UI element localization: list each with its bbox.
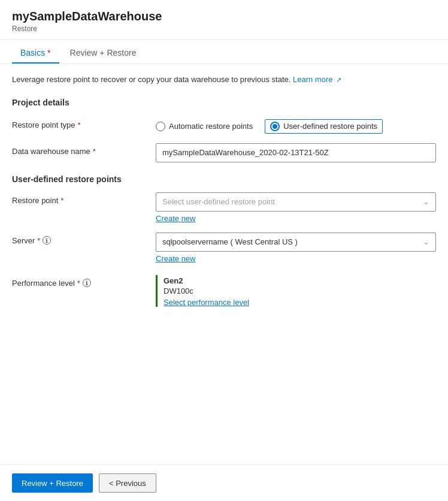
restore-point-type-label: Restore point type * [12, 117, 156, 129]
data-warehouse-name-control [156, 143, 436, 162]
page-subtitle: Restore [12, 25, 436, 33]
performance-row: Gen2 DW100c Select performance level [156, 275, 436, 307]
review-restore-button[interactable]: Review + Restore [12, 473, 93, 493]
radio-user-defined[interactable]: User-defined restore points [265, 119, 383, 134]
radio-inner-dot [273, 124, 277, 129]
user-defined-section-title: User-defined restore points [12, 174, 436, 184]
previous-button[interactable]: < Previous [99, 473, 156, 493]
performance-block: Gen2 DW100c Select performance level [164, 275, 249, 307]
performance-gen: Gen2 [164, 276, 249, 285]
tabs-bar: Basics * Review + Restore [0, 42, 448, 64]
server-control: sqlpoolservername ( West Central US ) ⌄ … [156, 233, 436, 263]
data-warehouse-name-label: Data warehouse name * [12, 143, 156, 156]
performance-level-label: Performance level * ℹ [12, 275, 156, 288]
restore-point-type-row: Restore point type * Automatic restore p… [12, 117, 436, 134]
data-warehouse-name-row: Data warehouse name * [12, 143, 436, 162]
tab-basics[interactable]: Basics * [12, 42, 59, 64]
tab-review-restore[interactable]: Review + Restore [62, 42, 145, 64]
learn-more-link[interactable]: Learn more ↗ [293, 75, 341, 84]
chevron-down-icon: ⌄ [423, 237, 429, 246]
restore-point-row: Restore point * Select user-defined rest… [12, 192, 436, 223]
info-description: Leverage restore point to recover or cop… [12, 74, 436, 86]
data-warehouse-name-input[interactable] [156, 143, 436, 162]
project-details-title: Project details [12, 98, 436, 107]
footer: Review + Restore < Previous [0, 464, 448, 501]
radio-automatic[interactable]: Automatic restore points [156, 122, 253, 131]
radio-group: Automatic restore points User-defined re… [156, 117, 436, 134]
restore-point-dropdown[interactable]: Select user-defined restore point ⌄ [156, 192, 436, 212]
server-label: Server * ℹ [12, 233, 156, 245]
radio-automatic-button[interactable] [156, 122, 165, 131]
server-row: Server * ℹ sqlpoolservername ( West Cent… [12, 233, 436, 263]
performance-level-row: Performance level * ℹ Gen2 DW100c Select… [12, 275, 436, 307]
server-create-new[interactable]: Create new [156, 254, 195, 263]
external-link-icon: ↗ [336, 76, 341, 83]
restore-point-control: Select user-defined restore point ⌄ Crea… [156, 192, 436, 223]
content-area: Leverage restore point to recover or cop… [0, 64, 448, 464]
performance-level-value: DW100c [164, 286, 249, 295]
page-title: mySampleDataWarehouse [12, 10, 436, 23]
radio-user-defined-button[interactable] [270, 122, 280, 131]
performance-info-icon[interactable]: ℹ [83, 279, 91, 287]
server-dropdown[interactable]: sqlpoolservername ( West Central US ) ⌄ [156, 233, 436, 252]
server-info-icon[interactable]: ℹ [43, 236, 51, 245]
restore-point-label: Restore point * [12, 192, 156, 205]
green-bar [156, 275, 158, 307]
restore-point-type-control: Automatic restore points User-defined re… [156, 117, 436, 134]
page-header: mySampleDataWarehouse Restore [0, 0, 448, 40]
restore-point-create-new[interactable]: Create new [156, 214, 195, 223]
performance-level-control: Gen2 DW100c Select performance level [156, 275, 436, 307]
select-performance-level-link[interactable]: Select performance level [164, 298, 249, 307]
chevron-down-icon: ⌄ [423, 197, 429, 206]
